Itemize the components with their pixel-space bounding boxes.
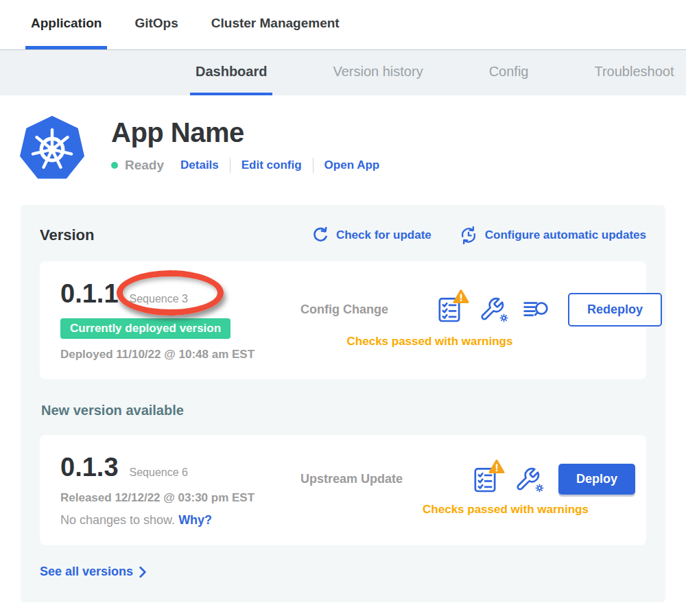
subnav-tab-label: Dashboard [196, 64, 267, 80]
available-version-number: 0.1.3 [60, 453, 119, 482]
warning-triangle-icon [488, 459, 505, 474]
current-version-source: Config Change [300, 303, 438, 317]
why-link[interactable]: Why? [178, 513, 212, 527]
chevron-right-icon [139, 566, 147, 578]
redeploy-button[interactable]: Redeploy [568, 293, 662, 327]
auto-update-clock-icon [459, 226, 478, 245]
available-version-row: 0.1.3 Sequence 6 Released 12/12/22 @ 03:… [40, 435, 646, 545]
available-version-sequence: Sequence 6 [130, 466, 188, 479]
app-header: App Name Ready Details Edit config Open … [19, 116, 686, 182]
subnav-tab-label: Troubleshoot [594, 64, 674, 80]
open-app-link[interactable]: Open App [324, 158, 380, 172]
gear-icon [534, 482, 545, 494]
top-nav: Application GitOps Cluster Management [0, 0, 686, 49]
available-version-icons [473, 466, 541, 493]
current-version-info: 0.1.1 Sequence 3 Currently deployed vers… [60, 279, 300, 362]
edit-config-link[interactable]: Edit config [241, 158, 302, 172]
diff-lines-magnifier-icon [523, 298, 550, 321]
app-header-text: App Name Ready Details Edit config Open … [111, 116, 379, 182]
topnav-tab-cluster-management[interactable]: Cluster Management [206, 0, 345, 49]
available-version-info: 0.1.3 Sequence 6 Released 12/12/22 @ 03:… [60, 453, 300, 528]
warning-triangle-icon [453, 289, 469, 304]
check-for-update-label: Check for update [336, 228, 431, 242]
no-changes-text: No changes to show. [60, 513, 175, 527]
new-version-heading: New version available [41, 403, 645, 418]
currently-deployed-badge: Currently deployed version [60, 318, 230, 339]
kubernetes-logo-icon [19, 116, 85, 182]
app-status-row: Ready Details Edit config Open App [111, 158, 379, 173]
page-title: App Name [111, 117, 379, 148]
available-version-checks-status: Checks passed with warnings [300, 503, 635, 517]
check-for-update-link[interactable]: Check for update [311, 226, 431, 244]
configure-automatic-updates-label: Configure automatic updates [485, 228, 646, 242]
version-card-header: Version Check for update Configure autom… [40, 226, 646, 245]
available-version-detail-top: Upstream Update [300, 464, 635, 495]
topnav-tab-label: Application [31, 16, 102, 31]
view-diff-icon[interactable] [523, 298, 550, 321]
view-config-icon[interactable] [479, 296, 505, 322]
gear-icon [498, 312, 510, 324]
view-config-icon[interactable] [514, 466, 541, 493]
current-version-detail-top: Config Change [300, 293, 662, 327]
current-version-detail: Config Change [300, 293, 662, 348]
current-version-number-line: 0.1.1 Sequence 3 [60, 279, 300, 309]
available-version-number-line: 0.1.3 Sequence 6 [60, 453, 300, 482]
topnav-tab-application[interactable]: Application [25, 0, 107, 49]
current-version-number: 0.1.1 [60, 279, 119, 309]
divider [230, 158, 230, 173]
no-changes-line: No changes to show. Why? [60, 513, 300, 528]
status-badge: Ready [125, 158, 164, 173]
current-version-sequence: Sequence 3 [130, 293, 188, 305]
preflight-checks-icon[interactable] [473, 466, 497, 493]
details-link[interactable]: Details [180, 158, 219, 172]
deploy-button[interactable]: Deploy [558, 464, 635, 495]
version-card-title: Version [40, 226, 94, 244]
subnav-tab-label: Config [489, 64, 529, 80]
current-version-row: 0.1.1 Sequence 3 Currently deployed vers… [40, 261, 646, 379]
divider [313, 158, 314, 173]
subnav-tab-version-history[interactable]: Version history [327, 50, 428, 95]
configure-automatic-updates-link[interactable]: Configure automatic updates [459, 226, 646, 245]
version-card-actions: Check for update Configure automatic upd… [311, 226, 646, 245]
preflight-checks-icon[interactable] [438, 296, 461, 323]
version-card: Version Check for update Configure autom… [21, 205, 665, 602]
topnav-tab-label: Cluster Management [211, 16, 340, 31]
subnav-tab-dashboard[interactable]: Dashboard [190, 50, 272, 95]
topnav-tab-label: GitOps [134, 16, 178, 31]
subnav-tab-troubleshoot[interactable]: Troubleshoot [589, 50, 679, 95]
available-version-source: Upstream Update [300, 472, 438, 486]
released-timestamp: Released 12/12/22 @ 03:30 pm EST [60, 491, 300, 505]
topnav-tab-gitops[interactable]: GitOps [129, 0, 183, 49]
available-version-detail: Upstream Update [300, 464, 635, 517]
current-version-icons [438, 296, 550, 323]
see-all-versions-label: See all versions [40, 565, 133, 579]
subnav-tab-label: Version history [333, 64, 423, 80]
app-sub-nav: Dashboard Version history Config Trouble… [0, 49, 686, 95]
see-all-versions-link[interactable]: See all versions [40, 565, 147, 579]
subnav-tab-config[interactable]: Config [484, 50, 534, 95]
refresh-icon [311, 226, 329, 244]
current-version-checks-status: Checks passed with warnings [300, 335, 662, 348]
status-dot-icon [111, 162, 118, 169]
deployed-timestamp: Deployed 11/10/22 @ 10:48 am EST [60, 348, 300, 362]
